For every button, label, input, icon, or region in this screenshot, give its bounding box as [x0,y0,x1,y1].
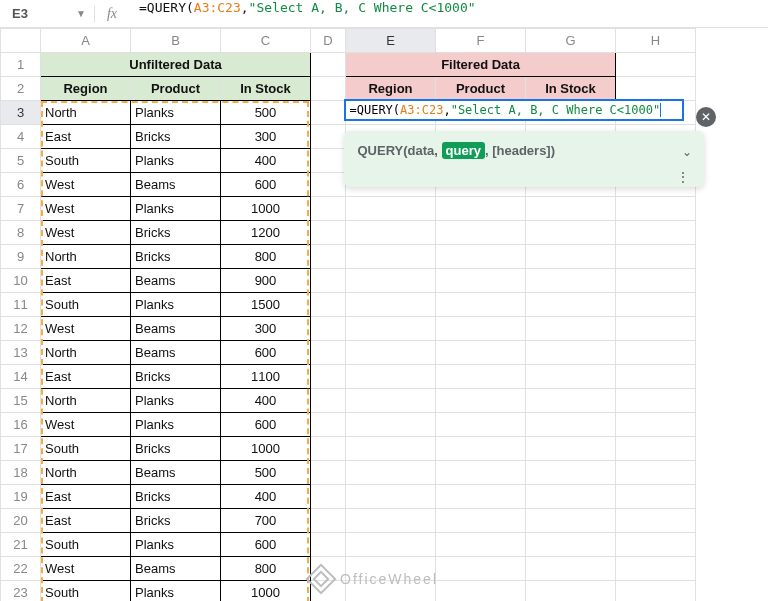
cell-C5[interactable]: 400 [221,149,311,173]
cell-C6[interactable]: 600 [221,173,311,197]
cell-B17[interactable]: Bricks [131,437,221,461]
name-box-dropdown-icon[interactable]: ▼ [76,8,86,19]
cell-B15[interactable]: Planks [131,389,221,413]
cell-H18[interactable] [616,461,696,485]
cell-D11[interactable] [311,293,346,317]
cell-D2[interactable] [311,77,346,101]
column-header-D[interactable]: D [311,29,346,53]
cell-H17[interactable] [616,437,696,461]
cell-D9[interactable] [311,245,346,269]
cell-E17[interactable] [346,437,436,461]
cell-H23[interactable] [616,581,696,602]
cell-H3[interactable] [616,101,696,125]
cell-H19[interactable] [616,485,696,509]
cell-B5[interactable]: Planks [131,149,221,173]
cell-C19[interactable]: 400 [221,485,311,509]
row-header-4[interactable]: 4 [1,125,41,149]
cell-A6[interactable]: West [41,173,131,197]
cell-A19[interactable]: East [41,485,131,509]
cell-E3[interactable] [346,101,436,125]
cell-H15[interactable] [616,389,696,413]
cell-C9[interactable]: 800 [221,245,311,269]
cell-A7[interactable]: West [41,197,131,221]
cell-E1[interactable]: Filtered Data [346,53,616,77]
cell-E10[interactable] [346,269,436,293]
cell-A3[interactable]: North [41,101,131,125]
cell-D13[interactable] [311,341,346,365]
cell-B18[interactable]: Beams [131,461,221,485]
cell-E2[interactable]: Region [346,77,436,101]
row-header-22[interactable]: 22 [1,557,41,581]
cell-C8[interactable]: 1200 [221,221,311,245]
cell-G22[interactable] [526,557,616,581]
cell-A14[interactable]: East [41,365,131,389]
cell-D5[interactable] [311,149,346,173]
cell-F8[interactable] [436,221,526,245]
cell-G15[interactable] [526,389,616,413]
cell-G21[interactable] [526,533,616,557]
cell-H9[interactable] [616,245,696,269]
cell-B6[interactable]: Beams [131,173,221,197]
cell-F12[interactable] [436,317,526,341]
cell-F11[interactable] [436,293,526,317]
cell-H22[interactable] [616,557,696,581]
row-header-17[interactable]: 17 [1,437,41,461]
cell-F23[interactable] [436,581,526,602]
column-header-G[interactable]: G [526,29,616,53]
cell-D20[interactable] [311,509,346,533]
row-header-20[interactable]: 20 [1,509,41,533]
cell-A9[interactable]: North [41,245,131,269]
cell-H7[interactable] [616,197,696,221]
cell-H14[interactable] [616,365,696,389]
cell-C17[interactable]: 1000 [221,437,311,461]
cell-A18[interactable]: North [41,461,131,485]
cell-G19[interactable] [526,485,616,509]
select-all-corner[interactable] [1,29,41,53]
cell-F3[interactable] [436,101,526,125]
cell-D3[interactable] [311,101,346,125]
cell-C11[interactable]: 1500 [221,293,311,317]
cell-E18[interactable] [346,461,436,485]
cell-D1[interactable] [311,53,346,77]
cell-G13[interactable] [526,341,616,365]
column-header-C[interactable]: C [221,29,311,53]
cell-C10[interactable]: 900 [221,269,311,293]
cell-A11[interactable]: South [41,293,131,317]
row-header-18[interactable]: 18 [1,461,41,485]
row-header-8[interactable]: 8 [1,221,41,245]
cell-H13[interactable] [616,341,696,365]
cell-D4[interactable] [311,125,346,149]
row-header-12[interactable]: 12 [1,317,41,341]
cell-G17[interactable] [526,437,616,461]
cell-D18[interactable] [311,461,346,485]
cell-E13[interactable] [346,341,436,365]
column-header-B[interactable]: B [131,29,221,53]
cell-H20[interactable] [616,509,696,533]
cell-A10[interactable]: East [41,269,131,293]
cell-F2[interactable]: Product [436,77,526,101]
cell-F20[interactable] [436,509,526,533]
cell-H10[interactable] [616,269,696,293]
row-header-6[interactable]: 6 [1,173,41,197]
cell-D12[interactable] [311,317,346,341]
cell-B20[interactable]: Bricks [131,509,221,533]
cell-C14[interactable]: 1100 [221,365,311,389]
cell-F7[interactable] [436,197,526,221]
cell-D7[interactable] [311,197,346,221]
cell-E11[interactable] [346,293,436,317]
cell-B22[interactable]: Beams [131,557,221,581]
cell-E8[interactable] [346,221,436,245]
row-header-11[interactable]: 11 [1,293,41,317]
cell-D10[interactable] [311,269,346,293]
cell-F15[interactable] [436,389,526,413]
spreadsheet-grid[interactable]: ABCDEFGH 1Unfiltered DataFiltered Data2R… [0,28,768,601]
cell-D22[interactable] [311,557,346,581]
cell-D6[interactable] [311,173,346,197]
cell-A17[interactable]: South [41,437,131,461]
cell-H2[interactable] [616,77,696,101]
row-header-10[interactable]: 10 [1,269,41,293]
cell-H11[interactable] [616,293,696,317]
cell-E12[interactable] [346,317,436,341]
cell-D14[interactable] [311,365,346,389]
cell-F16[interactable] [436,413,526,437]
